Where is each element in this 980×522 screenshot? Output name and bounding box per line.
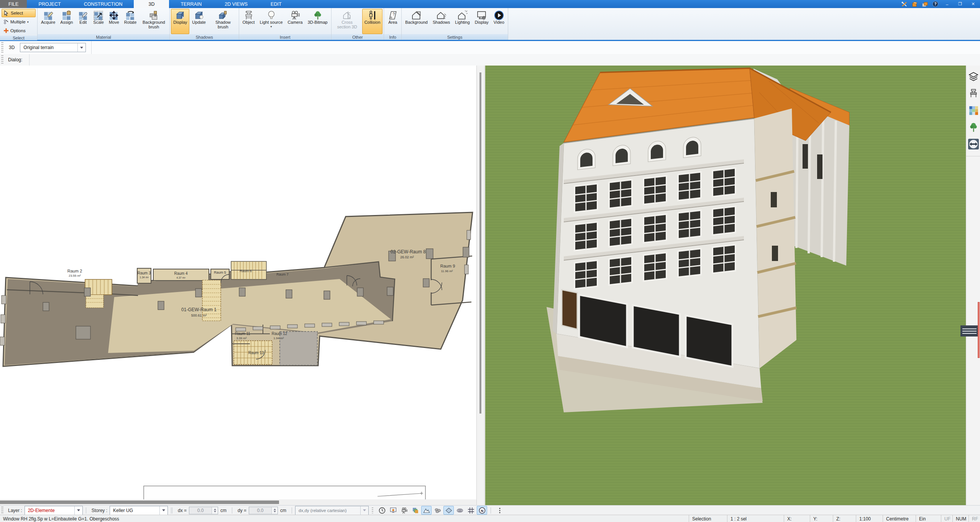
tab-terrain[interactable]: TERRAIN (169, 0, 213, 8)
layer-select[interactable]: 2D-Elemente (25, 506, 83, 515)
render-quality-icon[interactable] (388, 506, 398, 515)
combo-arrow-icon[interactable] (159, 506, 167, 515)
move-button[interactable]: Move (107, 9, 121, 34)
close-button[interactable]: ✕ (969, 1, 978, 7)
plane-toggle[interactable] (443, 506, 454, 515)
background-brush-button[interactable]: Background brush (139, 9, 168, 34)
tab-file[interactable]: FILE (0, 0, 27, 8)
cursor-icon (3, 10, 9, 16)
tab-2d-views[interactable]: 2D VIEWS (213, 0, 259, 8)
panel-collapse-handle[interactable] (960, 325, 978, 337)
combo-arrow-icon[interactable] (77, 43, 85, 52)
dx-input[interactable]: 0.0 (189, 507, 218, 514)
rotate-icon (125, 10, 136, 20)
spinner-buttons[interactable] (212, 507, 218, 514)
area-icon: ? (387, 10, 398, 20)
daytime-icon[interactable] (377, 506, 387, 515)
background-button[interactable]: Background (403, 9, 430, 34)
toolbar-grip[interactable] (1, 507, 3, 514)
package-icon[interactable] (911, 1, 918, 7)
entrance-door (562, 290, 577, 329)
combo-arrow-icon[interactable] (360, 506, 368, 515)
more-options-icon[interactable] (494, 506, 505, 515)
svg-text:Raum 13: Raum 13 (248, 351, 264, 355)
object-layers-icon[interactable] (410, 506, 420, 515)
tools-icon[interactable] (901, 1, 908, 7)
contours-toggle[interactable] (455, 506, 465, 515)
display-shadows-button[interactable]: Display (171, 9, 189, 34)
ribbon-group-insert: Object Light source ▾ Camera 3D-Bitmap I… (239, 8, 332, 40)
coordinate-mode-select[interactable]: dx,dy (relative cartesian) (295, 506, 369, 515)
svg-text:11.96 m²: 11.96 m² (441, 269, 453, 273)
ein-indicator[interactable]: Ein (916, 515, 941, 522)
display-settings-button[interactable]: Display (473, 9, 491, 34)
svg-text:Raum 9: Raum 9 (440, 264, 455, 268)
plan-horizontal-scrollbar[interactable] (0, 499, 476, 505)
camera-icon (290, 10, 300, 20)
group-label-shadows: Shadows (170, 34, 239, 40)
group-label-material: Material (38, 34, 169, 40)
tab-project[interactable]: PROJECT (27, 0, 72, 8)
light-source-button[interactable]: Light source ▾ (258, 9, 285, 34)
dy-input[interactable]: 0.0 (249, 507, 278, 514)
dialog-tab[interactable]: Dialog: (8, 57, 22, 62)
bitmap-3d-button[interactable]: 3D-Bitmap (305, 9, 330, 34)
acquire-icon (43, 10, 53, 20)
camera-button[interactable]: Camera (286, 9, 305, 34)
help-icon[interactable]: ? (932, 1, 939, 7)
teamviewer-icon[interactable] (968, 138, 979, 150)
texture-toggle[interactable] (432, 506, 443, 515)
scale-button[interactable]: Scale (91, 9, 106, 34)
cross-section-3d-button[interactable]: Cross section 3D (333, 9, 362, 34)
minimize-button[interactable]: – (942, 1, 952, 7)
stack-icon[interactable] (922, 1, 928, 7)
plan-2d-viewport[interactable]: Raum 2 23.55 m² Raum 3 1.34 m² Raum 4 4.… (0, 66, 476, 505)
plan-vertical-scrollbar[interactable] (476, 66, 485, 505)
scrollbar-thumb[interactable] (479, 72, 481, 414)
toolbar-grip[interactable] (1, 42, 3, 53)
svg-text:Raum 3: Raum 3 (137, 271, 151, 275)
rotate-button[interactable]: Rotate (122, 9, 139, 34)
walkthrough-icon[interactable] (399, 506, 409, 515)
view-3d-viewport[interactable] (485, 66, 966, 505)
layers-icon[interactable] (968, 71, 979, 82)
update-shadows-button[interactable]: Update (190, 9, 208, 34)
area-button[interactable]: ? Area (385, 9, 400, 34)
terrain-select[interactable]: Original terrain (20, 43, 86, 52)
grid-toggle[interactable] (466, 506, 476, 515)
furniture-icon[interactable] (968, 88, 979, 99)
toolbar-grip[interactable] (1, 55, 3, 64)
multiple-button[interactable]: Multiple ▾ (2, 18, 36, 26)
background-house-icon (411, 10, 422, 20)
materials-icon[interactable] (968, 105, 979, 116)
dx-label: dx = (178, 508, 187, 513)
combo-arrow-icon[interactable] (74, 506, 82, 515)
tab-bar: FILE PROJECT CONSTRUCTION 3D TERRAIN 2D … (0, 0, 980, 8)
tab-3d[interactable]: 3D (134, 0, 169, 8)
tab-construction[interactable]: CONSTRUCTION (72, 0, 134, 8)
restore-button[interactable]: ❐ (955, 1, 965, 7)
acquire-button[interactable]: Acquire (39, 9, 57, 34)
tab-edit[interactable]: EDIT (259, 0, 293, 8)
vegetation-icon[interactable] (968, 121, 979, 133)
collision-button[interactable]: Collision (362, 9, 383, 34)
unit-indicator[interactable]: Centimetre (883, 515, 916, 522)
terrain-display-toggle[interactable] (421, 506, 432, 515)
dx-unit: cm (220, 508, 227, 513)
spinner-buttons[interactable] (271, 507, 277, 514)
select-button[interactable]: Select (2, 9, 36, 17)
lighting-button[interactable]: Lighting (453, 9, 472, 34)
storey-select[interactable]: Keller UG (110, 506, 168, 515)
ribbon-group-material: Acquire Assign Edit Scale Move Rotate (38, 8, 170, 40)
north-compass-toggle[interactable]: N (477, 506, 487, 515)
scrollbar-thumb[interactable] (0, 501, 279, 504)
assign-button[interactable]: Assign (58, 9, 75, 34)
drawing-scale[interactable]: 1:100 (856, 515, 883, 522)
object-button[interactable]: Object (240, 9, 257, 34)
shadow-brush-button[interactable]: Shadow brush (208, 9, 238, 34)
settings-shadows-button[interactable]: Shadows (430, 9, 452, 34)
edit-button[interactable]: Edit (76, 9, 90, 34)
tree-icon (312, 10, 323, 20)
options-button[interactable]: Options (2, 26, 36, 35)
video-button[interactable]: Video (491, 9, 507, 34)
